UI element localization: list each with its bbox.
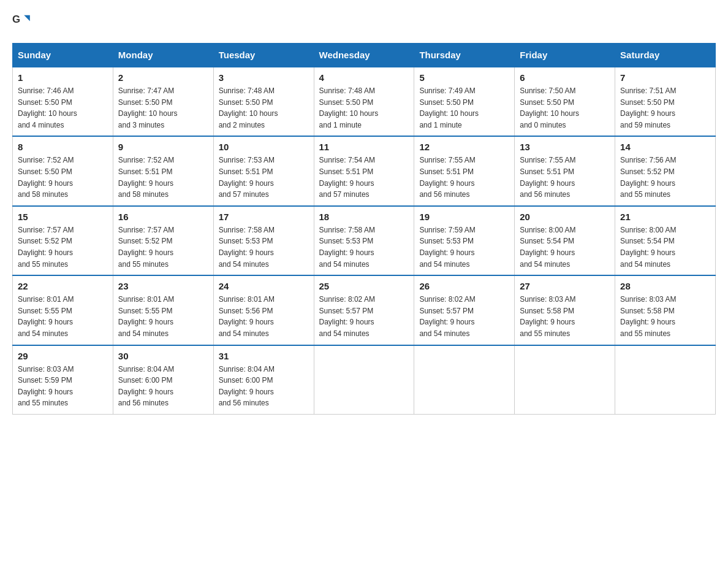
day-cell: 13 Sunrise: 7:55 AMSunset: 5:51 PMDaylig… <box>515 136 615 205</box>
header-row: SundayMondayTuesdayWednesdayThursdayFrid… <box>13 44 716 67</box>
header-day-thursday: Thursday <box>414 44 515 67</box>
day-number: 12 <box>419 142 509 152</box>
header-day-monday: Monday <box>113 44 213 67</box>
day-number: 31 <box>219 351 309 361</box>
day-cell: 24 Sunrise: 8:01 AMSunset: 5:56 PMDaylig… <box>213 275 314 345</box>
day-info: Sunrise: 7:46 AMSunset: 5:50 PMDaylight:… <box>18 85 108 131</box>
day-number: 14 <box>620 142 710 152</box>
day-cell: 8 Sunrise: 7:52 AMSunset: 5:50 PMDayligh… <box>13 136 113 205</box>
day-cell <box>515 345 615 415</box>
day-cell <box>414 345 515 415</box>
day-info: Sunrise: 8:04 AMSunset: 6:00 PMDaylight:… <box>219 364 309 409</box>
day-number: 10 <box>219 142 309 152</box>
day-info: Sunrise: 7:57 AMSunset: 5:52 PMDaylight:… <box>118 224 208 270</box>
day-info: Sunrise: 8:00 AMSunset: 5:54 PMDaylight:… <box>520 224 610 270</box>
header-day-sunday: Sunday <box>13 44 113 67</box>
day-number: 8 <box>18 142 108 152</box>
day-cell: 22 Sunrise: 8:01 AMSunset: 5:55 PMDaylig… <box>13 275 113 345</box>
day-cell: 4 Sunrise: 7:48 AMSunset: 5:50 PMDayligh… <box>314 67 414 136</box>
day-cell: 23 Sunrise: 8:01 AMSunset: 5:55 PMDaylig… <box>113 275 213 345</box>
day-info: Sunrise: 8:04 AMSunset: 6:00 PMDaylight:… <box>118 364 208 409</box>
day-cell: 20 Sunrise: 8:00 AMSunset: 5:54 PMDaylig… <box>515 206 615 275</box>
day-cell: 16 Sunrise: 7:57 AMSunset: 5:52 PMDaylig… <box>113 206 213 275</box>
day-cell: 9 Sunrise: 7:52 AMSunset: 5:51 PMDayligh… <box>113 136 213 205</box>
day-info: Sunrise: 7:52 AMSunset: 5:51 PMDaylight:… <box>118 155 208 200</box>
day-number: 16 <box>118 212 208 222</box>
day-cell: 18 Sunrise: 7:58 AMSunset: 5:53 PMDaylig… <box>314 206 414 275</box>
day-number: 17 <box>219 212 309 222</box>
day-number: 26 <box>419 281 509 291</box>
day-number: 20 <box>520 212 610 222</box>
day-number: 27 <box>520 281 610 291</box>
day-info: Sunrise: 8:01 AMSunset: 5:55 PMDaylight:… <box>118 294 208 339</box>
day-cell: 2 Sunrise: 7:47 AMSunset: 5:50 PMDayligh… <box>113 67 213 136</box>
day-number: 5 <box>419 72 509 83</box>
day-cell: 12 Sunrise: 7:55 AMSunset: 5:51 PMDaylig… <box>414 136 515 205</box>
day-cell: 6 Sunrise: 7:50 AMSunset: 5:50 PMDayligh… <box>515 67 615 136</box>
day-number: 11 <box>319 142 409 152</box>
day-cell: 17 Sunrise: 7:58 AMSunset: 5:53 PMDaylig… <box>213 206 314 275</box>
day-info: Sunrise: 8:00 AMSunset: 5:54 PMDaylight:… <box>620 224 710 270</box>
day-cell: 7 Sunrise: 7:51 AMSunset: 5:50 PMDayligh… <box>615 67 716 136</box>
day-cell: 15 Sunrise: 7:57 AMSunset: 5:52 PMDaylig… <box>13 206 113 275</box>
day-number: 25 <box>319 281 409 291</box>
day-info: Sunrise: 7:58 AMSunset: 5:53 PMDaylight:… <box>219 224 309 270</box>
svg-text:G: G <box>12 13 20 25</box>
calendar-body: 1 Sunrise: 7:46 AMSunset: 5:50 PMDayligh… <box>13 67 716 414</box>
day-cell: 14 Sunrise: 7:56 AMSunset: 5:52 PMDaylig… <box>615 136 716 205</box>
day-number: 9 <box>118 142 208 152</box>
day-cell: 19 Sunrise: 7:59 AMSunset: 5:53 PMDaylig… <box>414 206 515 275</box>
day-cell: 31 Sunrise: 8:04 AMSunset: 6:00 PMDaylig… <box>213 345 314 415</box>
day-cell <box>314 345 414 415</box>
day-cell: 21 Sunrise: 8:00 AMSunset: 5:54 PMDaylig… <box>615 206 716 275</box>
day-cell <box>615 345 716 415</box>
day-number: 24 <box>219 281 309 291</box>
day-info: Sunrise: 7:56 AMSunset: 5:52 PMDaylight:… <box>620 155 710 200</box>
day-cell: 26 Sunrise: 8:02 AMSunset: 5:57 PMDaylig… <box>414 275 515 345</box>
day-number: 21 <box>620 212 710 222</box>
week-row-5: 29 Sunrise: 8:03 AMSunset: 5:59 PMDaylig… <box>13 345 716 415</box>
day-cell: 30 Sunrise: 8:04 AMSunset: 6:00 PMDaylig… <box>113 345 213 415</box>
week-row-4: 22 Sunrise: 8:01 AMSunset: 5:55 PMDaylig… <box>13 275 716 345</box>
logo: G <box>12 12 34 31</box>
day-info: Sunrise: 7:52 AMSunset: 5:50 PMDaylight:… <box>18 155 108 200</box>
day-number: 22 <box>18 281 108 291</box>
day-cell: 5 Sunrise: 7:49 AMSunset: 5:50 PMDayligh… <box>414 67 515 136</box>
day-info: Sunrise: 7:55 AMSunset: 5:51 PMDaylight:… <box>520 155 610 200</box>
day-number: 6 <box>520 72 610 83</box>
day-info: Sunrise: 7:48 AMSunset: 5:50 PMDaylight:… <box>319 85 409 131</box>
day-cell: 11 Sunrise: 7:54 AMSunset: 5:51 PMDaylig… <box>314 136 414 205</box>
day-info: Sunrise: 8:03 AMSunset: 5:58 PMDaylight:… <box>620 294 710 339</box>
day-cell: 3 Sunrise: 7:48 AMSunset: 5:50 PMDayligh… <box>213 67 314 136</box>
header-day-wednesday: Wednesday <box>314 44 414 67</box>
day-info: Sunrise: 7:58 AMSunset: 5:53 PMDaylight:… <box>319 224 409 270</box>
day-info: Sunrise: 7:48 AMSunset: 5:50 PMDaylight:… <box>219 85 309 131</box>
day-number: 1 <box>18 72 108 83</box>
calendar-header: SundayMondayTuesdayWednesdayThursdayFrid… <box>13 44 716 67</box>
day-info: Sunrise: 8:01 AMSunset: 5:56 PMDaylight:… <box>219 294 309 339</box>
day-number: 2 <box>118 72 208 83</box>
day-number: 30 <box>118 351 208 361</box>
day-number: 19 <box>419 212 509 222</box>
day-cell: 28 Sunrise: 8:03 AMSunset: 5:58 PMDaylig… <box>615 275 716 345</box>
page-header: G <box>12 12 716 31</box>
day-cell: 1 Sunrise: 7:46 AMSunset: 5:50 PMDayligh… <box>13 67 113 136</box>
day-info: Sunrise: 8:01 AMSunset: 5:55 PMDaylight:… <box>18 294 108 339</box>
day-info: Sunrise: 7:59 AMSunset: 5:53 PMDaylight:… <box>419 224 509 270</box>
header-day-friday: Friday <box>515 44 615 67</box>
day-number: 7 <box>620 72 710 83</box>
day-number: 13 <box>520 142 610 152</box>
week-row-2: 8 Sunrise: 7:52 AMSunset: 5:50 PMDayligh… <box>13 136 716 205</box>
day-info: Sunrise: 7:55 AMSunset: 5:51 PMDaylight:… <box>419 155 509 200</box>
day-info: Sunrise: 8:03 AMSunset: 5:58 PMDaylight:… <box>520 294 610 339</box>
day-info: Sunrise: 7:47 AMSunset: 5:50 PMDaylight:… <box>118 85 208 131</box>
day-number: 23 <box>118 281 208 291</box>
day-cell: 29 Sunrise: 8:03 AMSunset: 5:59 PMDaylig… <box>13 345 113 415</box>
day-info: Sunrise: 8:02 AMSunset: 5:57 PMDaylight:… <box>319 294 409 339</box>
day-info: Sunrise: 8:02 AMSunset: 5:57 PMDaylight:… <box>419 294 509 339</box>
calendar-table: SundayMondayTuesdayWednesdayThursdayFrid… <box>12 43 716 415</box>
day-info: Sunrise: 8:03 AMSunset: 5:59 PMDaylight:… <box>18 364 108 409</box>
day-number: 4 <box>319 72 409 83</box>
day-cell: 25 Sunrise: 8:02 AMSunset: 5:57 PMDaylig… <box>314 275 414 345</box>
day-number: 3 <box>219 72 309 83</box>
